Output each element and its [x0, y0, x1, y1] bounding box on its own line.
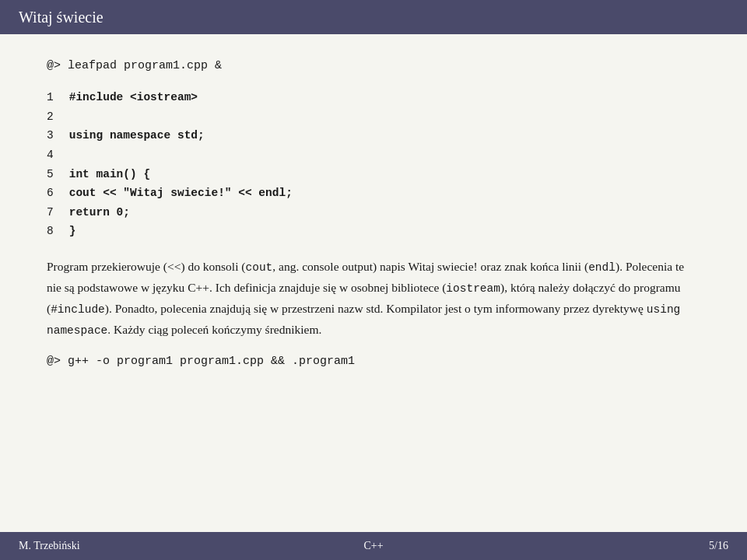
code-line: 4 [47, 145, 293, 165]
slide-footer: M. Trzebiński C++ 5/16 [0, 532, 747, 560]
code-block: 1#include <iostream>23using namespace st… [47, 88, 700, 241]
terminal-command-2: @> g++ -o program1 program1.cpp && .prog… [47, 355, 700, 368]
code-line: 6 cout << "Witaj swiecie!" << endl; [47, 184, 293, 203]
code-line: 5int main() { [47, 165, 293, 184]
footer-author: M. Trzebiński [19, 540, 80, 552]
footer-title: C++ [363, 540, 383, 552]
prose-paragraph: Program przekierowuje (<<) do konsoli (c… [47, 257, 700, 341]
footer-page: 5/16 [709, 540, 728, 552]
slide-header: Witaj świecie [0, 0, 747, 34]
terminal-command-1: @> leafpad program1.cpp & [47, 59, 700, 72]
slide-body: @> leafpad program1.cpp & 1#include <ios… [0, 34, 747, 399]
code-line: 1#include <iostream> [47, 88, 293, 107]
slide-title: Witaj świecie [19, 9, 103, 26]
code-line: 8} [47, 222, 293, 241]
code-line: 7 return 0; [47, 203, 293, 222]
code-line: 2 [47, 107, 293, 127]
code-line: 3using namespace std; [47, 126, 293, 145]
